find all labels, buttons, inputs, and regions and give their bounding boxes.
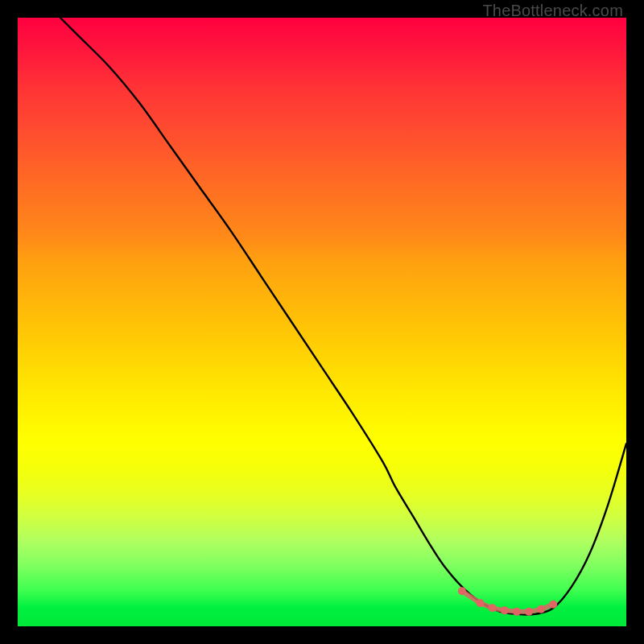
bottleneck-curve — [60, 18, 626, 615]
optimum-markers — [458, 587, 557, 616]
optimum-marker — [549, 601, 557, 609]
optimum-marker — [537, 605, 545, 613]
optimum-marker — [525, 608, 533, 616]
optimum-marker — [501, 606, 509, 614]
chart-svg — [18, 18, 626, 626]
optimum-marker — [513, 608, 521, 616]
outer-frame: TheBottleneck.com — [0, 0, 644, 644]
chart-plot-area — [18, 18, 626, 626]
optimum-marker — [458, 587, 466, 595]
optimum-marker — [477, 599, 485, 607]
optimum-marker — [489, 604, 497, 612]
